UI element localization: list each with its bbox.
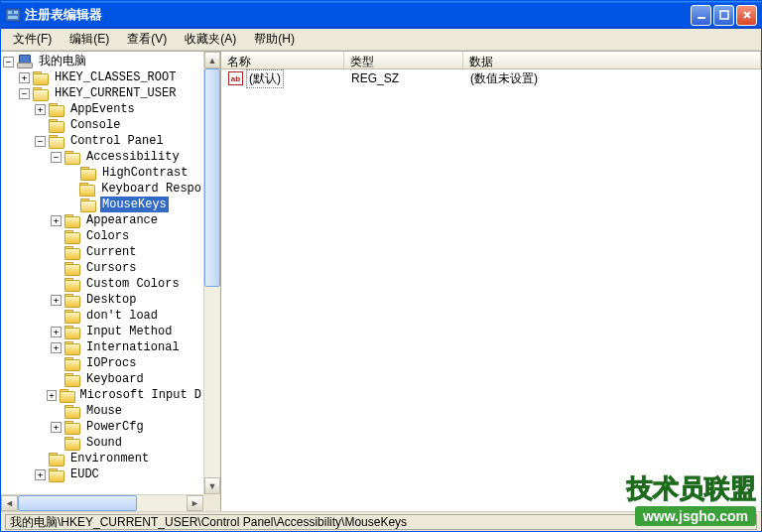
- scroll-thumb[interactable]: [204, 68, 220, 287]
- folder-open-icon: [33, 87, 49, 100]
- registry-tree: −我的电脑 +HKEY_CLASSES_ROOT −HKEY_CURRENT_U…: [1, 52, 203, 484]
- tree-accessibility[interactable]: −Accessibility: [3, 149, 203, 165]
- scroll-down-icon[interactable]: ▼: [204, 477, 220, 494]
- tree-desktop[interactable]: +Desktop: [3, 292, 203, 308]
- tree-controlpanel[interactable]: −Control Panel: [3, 133, 203, 149]
- folder-icon: [79, 183, 95, 196]
- value-type: REG_SZ: [345, 71, 464, 85]
- menubar: 文件(F) 编辑(E) 查看(V) 收藏夹(A) 帮助(H): [1, 29, 761, 51]
- app-icon: [5, 7, 21, 23]
- minimize-button[interactable]: [691, 5, 711, 26]
- tree-msinput[interactable]: +Microsoft Input D: [3, 387, 203, 403]
- close-button[interactable]: [736, 5, 757, 26]
- folder-icon: [64, 326, 80, 338]
- svg-rect-2: [14, 11, 18, 14]
- menu-edit[interactable]: 编辑(E): [62, 29, 117, 50]
- folder-icon: [80, 167, 96, 180]
- tree-root[interactable]: −我的电脑: [3, 54, 203, 69]
- svg-rect-3: [8, 16, 18, 19]
- tree-highcontrast[interactable]: HighContrast: [3, 165, 203, 181]
- folder-icon: [49, 103, 64, 116]
- menu-favorites[interactable]: 收藏夹(A): [177, 29, 244, 50]
- svg-rect-5: [720, 11, 728, 19]
- tree-pane: −我的电脑 +HKEY_CLASSES_ROOT −HKEY_CURRENT_U…: [1, 52, 221, 511]
- folder-icon: [64, 230, 80, 243]
- tree-cursors[interactable]: Cursors: [3, 260, 203, 276]
- tree-colors[interactable]: Colors: [3, 228, 203, 244]
- scroll-up-icon[interactable]: ▲: [204, 52, 220, 68]
- menu-file[interactable]: 文件(F): [5, 29, 60, 50]
- scroll-right-icon[interactable]: ►: [187, 495, 203, 511]
- expand-icon[interactable]: +: [51, 215, 62, 226]
- list-row[interactable]: ab(默认) REG_SZ (数值未设置): [222, 70, 760, 86]
- folder-icon: [49, 119, 64, 132]
- column-type[interactable]: 类型: [344, 52, 463, 68]
- folder-icon: [64, 294, 80, 307]
- svg-rect-1: [8, 11, 12, 14]
- expand-icon[interactable]: +: [47, 390, 57, 401]
- tree-ioprocs[interactable]: IOProcs: [3, 355, 203, 371]
- expand-icon[interactable]: +: [19, 72, 30, 83]
- tree-powercfg[interactable]: +PowerCfg: [3, 419, 203, 435]
- folder-icon: [60, 389, 74, 402]
- window-title: 注册表编辑器: [25, 6, 691, 24]
- expand-icon[interactable]: +: [51, 342, 62, 353]
- folder-open-icon: [80, 199, 96, 211]
- tree-appearance[interactable]: +Appearance: [3, 212, 203, 228]
- value-list-pane: 名称 类型 数据 ab(默认) REG_SZ (数值未设置): [221, 52, 761, 511]
- svg-rect-0: [6, 9, 20, 21]
- tree-international[interactable]: +International: [3, 339, 203, 355]
- value-name: (默认): [246, 69, 284, 88]
- list-body[interactable]: ab(默认) REG_SZ (数值未设置): [221, 69, 761, 511]
- vertical-scrollbar[interactable]: ▲ ▼: [203, 52, 220, 494]
- column-data[interactable]: 数据: [463, 52, 761, 68]
- tree-appevents[interactable]: +AppEvents: [3, 101, 203, 117]
- computer-icon: [17, 55, 33, 68]
- tree-keyboardresponse[interactable]: Keyboard Respo: [3, 181, 203, 197]
- expand-icon[interactable]: +: [51, 295, 62, 306]
- tree-scroll[interactable]: −我的电脑 +HKEY_CLASSES_ROOT −HKEY_CURRENT_U…: [1, 52, 203, 494]
- folder-icon: [64, 246, 80, 259]
- menu-help[interactable]: 帮助(H): [246, 29, 303, 50]
- collapse-icon[interactable]: −: [51, 152, 62, 163]
- expand-icon[interactable]: +: [35, 104, 46, 115]
- folder-open-icon: [49, 135, 64, 148]
- scroll-left-icon[interactable]: ◄: [1, 495, 18, 511]
- scroll-thumb[interactable]: [18, 495, 137, 511]
- tree-console[interactable]: Console: [3, 117, 203, 133]
- expand-icon[interactable]: +: [35, 469, 46, 480]
- tree-dontload[interactable]: don't load: [3, 308, 203, 324]
- folder-icon: [64, 373, 80, 386]
- collapse-icon[interactable]: −: [19, 88, 30, 99]
- tree-environment[interactable]: Environment: [3, 451, 203, 466]
- tree-mousekeys[interactable]: MouseKeys: [3, 197, 203, 212]
- collapse-icon[interactable]: −: [3, 57, 14, 67]
- tree-sound[interactable]: Sound: [3, 435, 203, 451]
- folder-icon: [64, 214, 80, 227]
- folder-icon: [49, 453, 64, 466]
- menu-view[interactable]: 查看(V): [119, 29, 175, 50]
- folder-icon: [33, 71, 49, 84]
- horizontal-scrollbar[interactable]: ◄ ►: [1, 494, 203, 511]
- list-header: 名称 类型 数据: [221, 52, 761, 69]
- tree-customcolors[interactable]: Custom Colors: [3, 276, 203, 292]
- tree-hkcu[interactable]: −HKEY_CURRENT_USER: [3, 85, 203, 101]
- value-data: (数值未设置): [464, 70, 760, 87]
- tree-keyboard[interactable]: Keyboard: [3, 371, 203, 387]
- tree-hkcr[interactable]: +HKEY_CLASSES_ROOT: [3, 69, 203, 85]
- folder-open-icon: [64, 151, 80, 164]
- folder-icon: [64, 437, 80, 450]
- titlebar[interactable]: 注册表编辑器: [1, 1, 761, 29]
- tree-inputmethod[interactable]: +Input Method: [3, 324, 203, 339]
- expand-icon[interactable]: +: [51, 422, 62, 433]
- folder-icon: [64, 405, 80, 418]
- status-path: 我的电脑\HKEY_CURRENT_USER\Control Panel\Acc…: [5, 514, 757, 530]
- statusbar: 我的电脑\HKEY_CURRENT_USER\Control Panel\Acc…: [1, 511, 761, 531]
- expand-icon[interactable]: +: [51, 327, 62, 337]
- maximize-button[interactable]: [713, 5, 734, 26]
- tree-mouse[interactable]: Mouse: [3, 403, 203, 419]
- tree-eudc[interactable]: +EUDC: [3, 466, 203, 482]
- collapse-icon[interactable]: −: [35, 136, 46, 147]
- tree-current[interactable]: Current: [3, 244, 203, 260]
- column-name[interactable]: 名称: [221, 52, 344, 68]
